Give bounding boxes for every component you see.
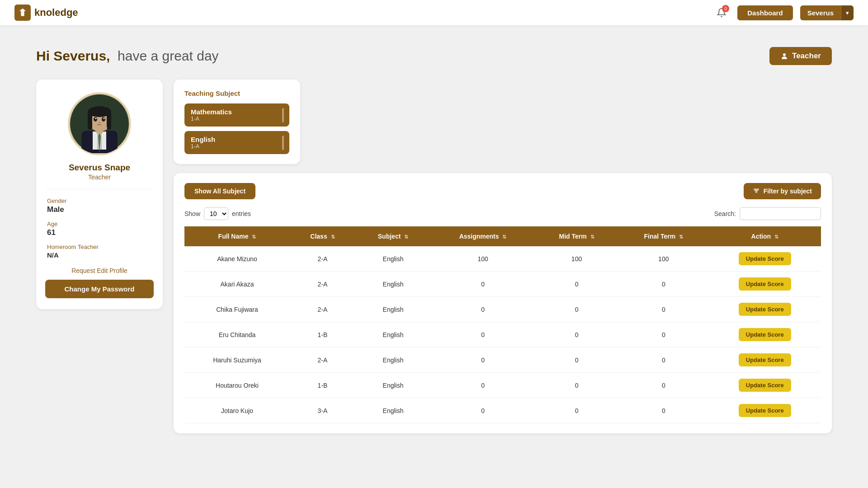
show-label: Show xyxy=(184,210,200,217)
search-label: Search: xyxy=(714,210,736,217)
search-input[interactable] xyxy=(740,207,821,220)
data-table: Full Name ⇅ Class ⇅ Subject ⇅ xyxy=(184,226,821,423)
logo: knoledge xyxy=(14,5,78,21)
cell-subject: English xyxy=(355,272,431,297)
age-value: 61 xyxy=(47,228,152,237)
greeting-subtitle: have a great day xyxy=(118,48,219,63)
subject-name-mathematics: Mathematics xyxy=(191,108,283,116)
top-cards-row: Teaching Subject Mathematics 1-A English… xyxy=(174,80,832,164)
show-all-subject-button[interactable]: Show All Subject xyxy=(184,183,255,199)
subject-bar-english xyxy=(282,136,284,150)
navbar: knoledge 0 Dashboard Severus ▾ xyxy=(0,0,868,25)
notification-badge: 0 xyxy=(722,5,729,12)
cell-action: Update Score xyxy=(708,373,821,398)
col-midterm[interactable]: Mid Term ⇅ xyxy=(535,226,618,246)
table-row: Chika Fujiwara 2-A English 0 0 0 Update … xyxy=(184,297,821,322)
cell-finalterm: 0 xyxy=(618,297,708,322)
cell-assignments: 0 xyxy=(431,347,535,373)
svg-point-15 xyxy=(102,117,105,122)
cell-midterm: 0 xyxy=(535,347,618,373)
svg-point-2 xyxy=(783,53,786,56)
cell-class: 2-A xyxy=(290,347,355,373)
svg-point-14 xyxy=(94,117,97,122)
cell-name: Eru Chitanda xyxy=(184,322,290,347)
sort-icon-subject: ⇅ xyxy=(404,234,408,239)
user-name-button[interactable]: Severus xyxy=(800,5,841,20)
navbar-right: 0 Dashboard Severus ▾ xyxy=(713,4,854,21)
cell-midterm: 0 xyxy=(535,398,618,423)
cell-class: 3-A xyxy=(290,398,355,423)
cell-subject: English xyxy=(355,347,431,373)
show-entries: Show 10 25 50 entries xyxy=(184,207,251,220)
profile-info: Gender Male Age 61 Homeroom Teacher N/A xyxy=(45,197,154,259)
subject-bar-mathematics xyxy=(282,108,284,122)
cell-subject: English xyxy=(355,373,431,398)
search-row: Search: xyxy=(714,207,821,220)
cell-subject: English xyxy=(355,246,431,272)
col-action[interactable]: Action ⇅ xyxy=(708,226,821,246)
avatar xyxy=(68,92,131,155)
homeroom-value: N/A xyxy=(47,251,152,259)
cell-name: Akane Mizuno xyxy=(184,246,290,272)
update-score-button[interactable]: Update Score xyxy=(739,277,791,291)
greeting-row: Hi Severus, have a great day Teacher xyxy=(36,47,832,65)
logo-icon xyxy=(14,5,31,21)
col-class[interactable]: Class ⇅ xyxy=(290,226,355,246)
teacher-badge: Teacher xyxy=(769,47,832,65)
col-finalterm[interactable]: Final Term ⇅ xyxy=(618,226,708,246)
cell-subject: English xyxy=(355,398,431,423)
user-button-group: Severus ▾ xyxy=(800,5,854,20)
update-score-button[interactable]: Update Score xyxy=(739,303,791,316)
subject-item-english[interactable]: English 1-A xyxy=(184,131,289,154)
sort-icon-assignments: ⇅ xyxy=(502,234,506,239)
update-score-button[interactable]: Update Score xyxy=(739,353,791,366)
update-score-button[interactable]: Update Score xyxy=(739,379,791,392)
cell-midterm: 0 xyxy=(535,297,618,322)
cell-assignments: 0 xyxy=(431,297,535,322)
cell-class: 1-B xyxy=(290,373,355,398)
svg-point-18 xyxy=(99,122,100,123)
svg-rect-21 xyxy=(755,190,758,191)
gender-value: Male xyxy=(47,205,152,214)
table-row: Eru Chitanda 1-B English 0 0 0 Update Sc… xyxy=(184,322,821,347)
filter-label: Filter by subject xyxy=(764,188,812,195)
right-panel: Teaching Subject Mathematics 1-A English… xyxy=(174,80,832,433)
col-fullname[interactable]: Full Name ⇅ xyxy=(184,226,290,246)
subject-class-mathematics: 1-A xyxy=(191,116,283,122)
cell-name: Akari Akaza xyxy=(184,272,290,297)
sort-icon-action: ⇅ xyxy=(774,234,778,239)
cell-assignments: 0 xyxy=(431,398,535,423)
svg-rect-13 xyxy=(90,108,109,116)
user-dropdown-button[interactable]: ▾ xyxy=(841,5,854,20)
cell-class: 2-A xyxy=(290,246,355,272)
update-score-button[interactable]: Update Score xyxy=(739,252,791,265)
cell-midterm: 0 xyxy=(535,272,618,297)
update-score-button[interactable]: Update Score xyxy=(739,328,791,341)
profile-name: Severus Snape xyxy=(69,163,130,173)
change-password-button[interactable]: Change My Password xyxy=(45,280,154,298)
subject-class-english: 1-A xyxy=(191,143,283,150)
sort-icon-finalterm: ⇅ xyxy=(679,234,683,239)
notification-button[interactable]: 0 xyxy=(713,4,730,21)
teacher-badge-label: Teacher xyxy=(792,52,821,61)
update-score-button[interactable]: Update Score xyxy=(739,404,791,417)
dashboard-button[interactable]: Dashboard xyxy=(737,5,793,20)
table-row: Haruhi Suzumiya 2-A English 0 0 0 Update… xyxy=(184,347,821,373)
col-subject[interactable]: Subject ⇅ xyxy=(355,226,431,246)
subject-name-english: English xyxy=(191,136,283,143)
subject-item-mathematics[interactable]: Mathematics 1-A xyxy=(184,103,289,127)
cell-finalterm: 0 xyxy=(618,398,708,423)
entries-select[interactable]: 10 25 50 xyxy=(204,207,228,220)
subject-card: Teaching Subject Mathematics 1-A English… xyxy=(174,80,300,164)
svg-rect-22 xyxy=(755,192,757,192)
cell-name: Haruhi Suzumiya xyxy=(184,347,290,373)
cell-action: Update Score xyxy=(708,347,821,373)
filter-by-subject-button[interactable]: Filter by subject xyxy=(744,183,821,199)
svg-point-19 xyxy=(98,125,107,131)
cell-finalterm: 0 xyxy=(618,272,708,297)
request-edit-link[interactable]: Request Edit Profile xyxy=(71,267,127,274)
greeting-heading: Hi Severus, have a great day xyxy=(36,48,219,64)
subject-card-title: Teaching Subject xyxy=(184,89,289,97)
col-assignments[interactable]: Assignments ⇅ xyxy=(431,226,535,246)
cell-name: Chika Fujiwara xyxy=(184,297,290,322)
